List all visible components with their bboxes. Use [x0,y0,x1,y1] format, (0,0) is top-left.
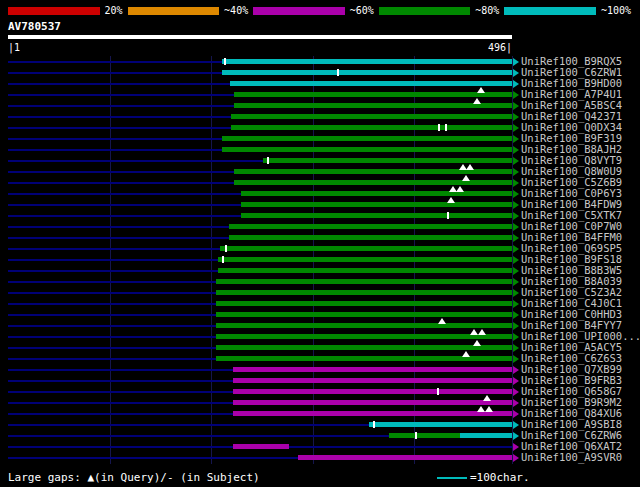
gap-tick [438,124,440,131]
alignment-bar[interactable] [218,268,512,273]
hit-arrow-icon [513,102,519,110]
hit-arrow-icon [513,377,519,385]
hit-arrow-icon [513,322,519,330]
hit-arrow-icon [513,212,519,220]
alignment-bar[interactable] [216,312,512,317]
scale-label: ~80% [470,5,504,17]
alignment-bar[interactable] [263,158,512,163]
large-gap-triangle-icon [483,395,491,401]
gap-tick [447,212,449,219]
hit-arrow-icon [513,366,519,374]
hit-arrow-icon [513,124,519,132]
alignment-bar[interactable] [216,334,512,339]
hit-arrow-icon [513,223,519,231]
scale-segment-green [379,7,471,15]
alignment-bar[interactable] [222,59,512,64]
hit-arrow-icon [513,300,519,308]
large-gap-triangle-icon [462,351,470,357]
alignment-bar[interactable] [216,345,512,350]
large-gap-triangle-icon [473,340,481,346]
hit-arrow-icon [513,245,519,253]
alignment-bar[interactable] [222,147,512,152]
large-gap-triangle-icon [438,318,446,324]
hit-arrow-icon [513,135,519,143]
alignment-bar[interactable] [241,213,512,218]
hit-label[interactable]: UniRef100_A9SVR0 [521,452,622,463]
hit-arrow-icon [513,256,519,264]
alignment-bar[interactable] [233,367,512,372]
alignment-bar[interactable] [216,290,512,295]
alignment-bar[interactable] [389,433,460,438]
alignment-bar[interactable] [369,422,512,427]
scale-length-line [437,477,467,479]
alignment-bar[interactable] [233,389,512,394]
hit-arrow-icon [513,278,519,286]
hit-arrow-icon [513,179,519,187]
gap-tick [267,157,269,164]
alignment-bar[interactable] [241,202,512,207]
gap-tick [224,58,226,65]
large-gap-triangle-icon [447,197,455,203]
blast-overview-screen: 20%~40%~60%~80%~100% AV780537 |1 496| Un… [0,0,640,487]
scale-segment-magenta [253,7,345,15]
large-gap-triangle-icon [485,406,493,412]
alignment-bar[interactable] [222,136,512,141]
coord-end-label: 496| [8,42,512,53]
hit-arrow-icon [513,443,519,451]
alignment-bar[interactable] [233,411,512,416]
alignment-bar[interactable] [241,191,512,196]
query-bar [8,35,512,39]
alignment-bar[interactable] [230,81,512,86]
hit-arrow-icon [513,69,519,77]
scale-label: ~100% [596,5,636,17]
alignment-bar[interactable] [233,378,512,383]
hits-list: UniRef100_B9RQX5UniRef100_C6ZRW1UniRef10… [0,56,640,464]
hit-arrow-icon [513,432,519,440]
alignment-bar[interactable] [460,433,512,438]
gap-tick [437,388,439,395]
hit-arrow-icon [513,333,519,341]
large-gap-triangle-icon [462,175,470,181]
hit-arrow-icon [513,157,519,165]
hit-arrow-icon [513,267,519,275]
hit-arrow-icon [513,91,519,99]
alignment-bar[interactable] [231,125,512,130]
gap-tick [222,256,224,263]
alignment-bar[interactable] [229,235,513,240]
scale-segment-orange [128,7,220,15]
scale-segment-red [8,7,100,15]
large-gap-triangle-icon [456,186,464,192]
large-gap-triangle-icon [477,406,485,412]
scale-label: 20% [100,5,128,17]
large-gap-triangle-icon [473,98,481,104]
footer: Large gaps: ▲(in Query)/- (in Subject) =… [8,470,636,486]
alignment-bar[interactable] [216,323,512,328]
alignment-bar[interactable] [231,114,512,119]
alignment-bar[interactable] [229,224,513,229]
large-gap-triangle-icon [477,87,485,93]
alignment-bar[interactable] [216,279,512,284]
gap-tick [225,245,227,252]
alignment-bar[interactable] [216,301,512,306]
hit-arrow-icon [513,421,519,429]
alignment-bar[interactable] [234,103,512,108]
hit-arrow-icon [513,388,519,396]
alignment-bar[interactable] [233,400,512,405]
gap-tick [337,69,339,76]
hit-arrow-icon [513,113,519,121]
alignment-bar[interactable] [218,257,512,262]
scale-segment-cyan [504,7,596,15]
scale-label: ~60% [345,5,379,17]
alignment-bar[interactable] [222,70,512,75]
hit-arrow-icon [513,355,519,363]
alignment-bar[interactable] [233,444,290,449]
alignment-bar[interactable] [220,246,512,251]
hit-arrow-icon [513,344,519,352]
scale-length-label: =100char. [470,471,530,484]
hit-arrow-icon [513,454,519,462]
hit-arrow-icon [513,146,519,154]
alignment-bar[interactable] [298,455,512,460]
alignment-bar[interactable] [234,92,512,97]
hit-arrow-icon [513,289,519,297]
hit-arrow-icon [513,410,519,418]
